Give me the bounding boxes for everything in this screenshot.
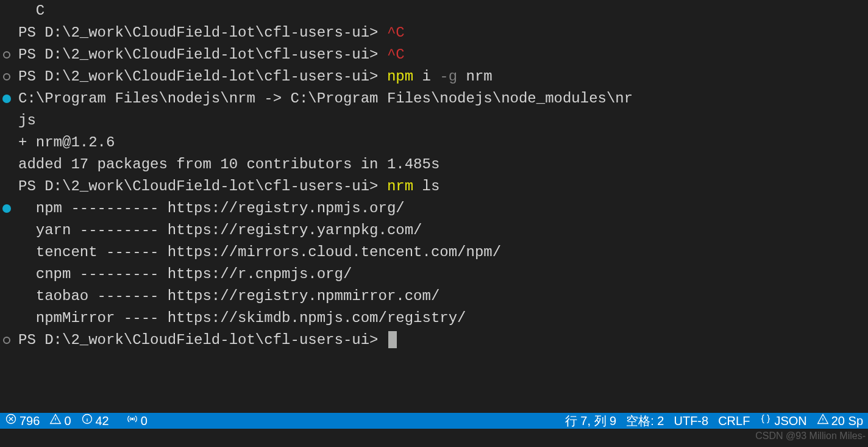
radio-tower-icon (126, 413, 138, 429)
change-marker-hollow (3, 337, 10, 344)
sb-right-warning[interactable]: 20 Sp (812, 413, 868, 429)
sb-info-count: 42 (96, 413, 109, 429)
sb-spaces[interactable]: 空格: 2 (621, 413, 669, 429)
terminal-line: added 17 packages from 10 contributors i… (0, 154, 868, 176)
watermark: CSDN @93 Million Miles- (755, 429, 866, 443)
terminal-line: cnpm --------- https://r.cnpmjs.org/ (0, 263, 868, 285)
line-content: js (13, 110, 36, 132)
change-marker-dot (2, 204, 11, 213)
text-segment: C (18, 2, 44, 19)
text-segment: nrm (387, 178, 422, 195)
line-content: PS D:\2_work\CloudField-lot\cfl-users-ui… (13, 22, 405, 44)
terminal-line: tencent ------ https://mirrors.cloud.ten… (0, 241, 868, 263)
line-content: C (13, 0, 44, 22)
terminal-line: C (0, 0, 868, 22)
warning-icon (817, 413, 829, 429)
cursor (388, 331, 397, 348)
text-segment: cnpm --------- https://r.cnpmjs.org/ (18, 266, 352, 282)
text-segment: ls (422, 178, 440, 195)
warning-icon (49, 413, 62, 429)
text-segment: tencent ------ https://mirrors.cloud.ten… (18, 244, 501, 260)
sb-ports[interactable]: 0 (121, 413, 152, 429)
line-content: PS D:\2_work\CloudField-lot\cfl-users-ui… (13, 66, 493, 88)
text-segment: C:\Program Files\nodejs\nrm -> C:\Progra… (18, 90, 633, 107)
text-segment: + nrm@1.2.6 (18, 134, 115, 151)
sb-eol[interactable]: CRLF (713, 413, 755, 429)
text-segment: PS D:\2_work\CloudField-lot\cfl-users-ui… (18, 68, 387, 85)
text-segment: npmMirror ---- https://skimdb.npmjs.com/… (18, 310, 466, 326)
line-content: taobao ------- https://registry.npmmirro… (13, 285, 439, 307)
change-marker-hollow (3, 51, 10, 59)
text-segment: taobao ------- https://registry.npmmirro… (18, 288, 439, 304)
terminal-line: + nrm@1.2.6 (0, 132, 868, 154)
change-marker-dot (2, 95, 11, 103)
line-content: npm ---------- https://registry.npmjs.or… (13, 198, 405, 220)
text-segment: ^C (387, 24, 405, 41)
line-content: tencent ------ https://mirrors.cloud.ten… (13, 241, 501, 263)
change-marker-hollow (3, 73, 10, 80)
text-segment: PS D:\2_work\CloudField-lot\cfl-users-ui… (18, 24, 387, 41)
error-icon (5, 413, 17, 429)
line-content: npmMirror ---- https://skimdb.npmjs.com/… (13, 307, 466, 329)
sb-warnings[interactable]: 0 (44, 413, 76, 429)
gutter (0, 73, 13, 80)
terminal-line: npmMirror ---- https://skimdb.npmjs.com/… (0, 307, 868, 329)
sb-info[interactable]: 42 (76, 413, 114, 429)
line-content: cnpm --------- https://r.cnpmjs.org/ (13, 263, 352, 285)
text-segment: npm (387, 68, 422, 85)
text-segment: npm ---------- https://registry.npmjs.or… (18, 200, 405, 216)
terminal-line: C:\Program Files\nodejs\nrm -> C:\Progra… (0, 88, 868, 110)
text-segment: nrm (466, 68, 493, 85)
terminal-line: npm ---------- https://registry.npmjs.or… (0, 198, 868, 220)
terminal-line: PS D:\2_work\CloudField-lot\cfl-users-ui… (0, 44, 868, 66)
line-content: + nrm@1.2.6 (13, 132, 115, 154)
terminal-line: yarn --------- https://registry.yarnpkg.… (0, 220, 868, 241)
sb-errors[interactable]: 796 (0, 413, 44, 429)
sb-language[interactable]: JSON (755, 413, 811, 429)
terminal-output[interactable]: CPS D:\2_work\CloudField-lot\cfl-users-u… (0, 0, 868, 351)
gutter (0, 51, 13, 59)
line-content: added 17 packages from 10 contributors i… (13, 154, 439, 176)
terminal-line: PS D:\2_work\CloudField-lot\cfl-users-ui… (0, 176, 868, 198)
text-segment: PS D:\2_work\CloudField-lot\cfl-users-ui… (18, 178, 387, 195)
terminal-line: taobao ------- https://registry.npmmirro… (0, 285, 868, 307)
svg-point-2 (132, 418, 133, 420)
gutter (0, 204, 13, 213)
terminal-line: js (0, 110, 868, 132)
gutter (0, 95, 13, 103)
text-segment: -g (439, 68, 466, 85)
terminal-line: PS D:\2_work\CloudField-lot\cfl-users-ui… (0, 66, 868, 88)
sb-ports-count: 0 (141, 413, 148, 429)
line-content: yarn --------- https://registry.yarnpkg.… (13, 220, 422, 241)
text-segment: i (422, 68, 440, 85)
sb-errors-count: 796 (20, 413, 40, 429)
json-icon (760, 413, 772, 429)
info-icon (81, 413, 93, 429)
sb-cursor-position[interactable]: 行 7, 列 9 (560, 413, 621, 429)
terminal-line: PS D:\2_work\CloudField-lot\cfl-users-ui… (0, 329, 868, 351)
line-content: PS D:\2_work\CloudField-lot\cfl-users-ui… (13, 44, 405, 66)
gutter (0, 337, 13, 344)
text-segment: ^C (387, 46, 405, 63)
text-segment: js (18, 112, 36, 129)
text-segment: PS D:\2_work\CloudField-lot\cfl-users-ui… (18, 46, 387, 63)
status-bar: 796 0 42 0 行 7, 列 9 空格: 2 UTF-8 CRLF JSO… (0, 413, 868, 429)
line-content: PS D:\2_work\CloudField-lot\cfl-users-ui… (13, 176, 439, 198)
sb-warnings-count: 0 (64, 413, 71, 429)
text-segment: yarn --------- https://registry.yarnpkg.… (18, 222, 422, 238)
text-segment: PS D:\2_work\CloudField-lot\cfl-users-ui… (18, 332, 387, 348)
line-content: C:\Program Files\nodejs\nrm -> C:\Progra… (13, 88, 633, 110)
sb-encoding[interactable]: UTF-8 (669, 413, 713, 429)
terminal-line: PS D:\2_work\CloudField-lot\cfl-users-ui… (0, 22, 868, 44)
text-segment: added 17 packages from 10 contributors i… (18, 156, 439, 173)
line-content: PS D:\2_work\CloudField-lot\cfl-users-ui… (13, 329, 397, 351)
